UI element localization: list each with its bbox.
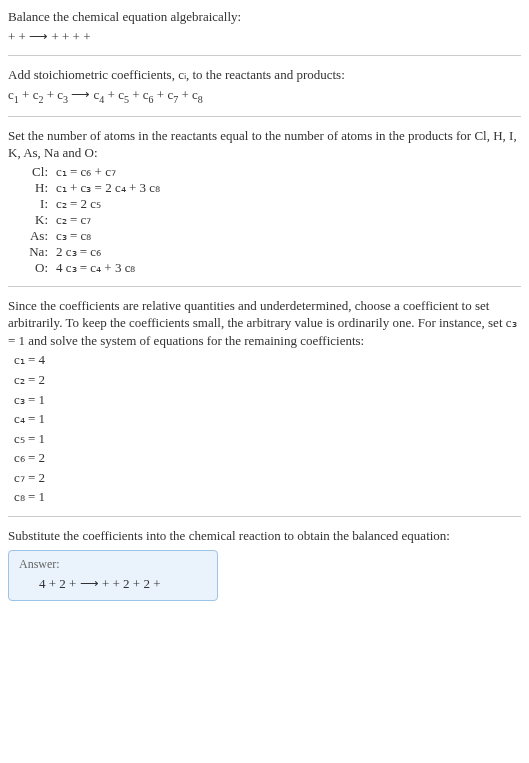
intro-line-1: Balance the chemical equation algebraica… xyxy=(8,8,521,26)
atom-row-o: O:4 c₃ = c₄ + 3 c₈ xyxy=(12,260,164,276)
plus-7: + xyxy=(178,87,192,102)
answer-label: Answer: xyxy=(19,557,207,572)
atom-row-i: I:c₂ = 2 c₅ xyxy=(12,196,164,212)
atom-equation: c₂ = 2 c₅ xyxy=(52,196,164,212)
atom-equation: 4 c₃ = c₄ + 3 c₈ xyxy=(52,260,164,276)
plus-6: + xyxy=(154,87,168,102)
solution-c1: c₁ = 4 xyxy=(8,351,521,369)
atom-row-h: H:c₁ + c₃ = 2 c₄ + 3 c₈ xyxy=(12,180,164,196)
answer-equation: 4 + 2 + ⟶ + + 2 + 2 + xyxy=(19,576,207,592)
atom-equation: c₁ + c₃ = 2 c₄ + 3 c₈ xyxy=(52,180,164,196)
step2-text: Set the number of atoms in the reactants… xyxy=(8,127,521,162)
plus-1: + xyxy=(19,87,33,102)
atom-balance-table: Cl:c₁ = c₆ + c₇ H:c₁ + c₃ = 2 c₄ + 3 c₈ … xyxy=(12,164,164,276)
separator-2 xyxy=(8,116,521,117)
solution-c8: c₈ = 1 xyxy=(8,488,521,506)
coef-c3: c3 xyxy=(57,87,68,102)
step1-text: Add stoichiometric coefficients, cᵢ, to … xyxy=(8,66,521,84)
atom-equation: c₂ = c₇ xyxy=(52,212,164,228)
atom-row-as: As:c₃ = c₈ xyxy=(12,228,164,244)
atom-label: H: xyxy=(12,180,52,196)
plus-5: + xyxy=(129,87,143,102)
answer-box: Answer: 4 + 2 + ⟶ + + 2 + 2 + xyxy=(8,550,218,601)
arrow: ⟶ xyxy=(68,87,94,102)
atom-label: Na: xyxy=(12,244,52,260)
solution-c6: c₆ = 2 xyxy=(8,449,521,467)
atom-equation: c₁ = c₆ + c₇ xyxy=(52,164,164,180)
plus-2: + xyxy=(43,87,57,102)
separator-4 xyxy=(8,516,521,517)
atom-row-na: Na:2 c₃ = c₆ xyxy=(12,244,164,260)
atom-label: I: xyxy=(12,196,52,212)
coef-c7: c7 xyxy=(167,87,178,102)
coef-c4: c4 xyxy=(94,87,105,102)
step3-text: Since the coefficients are relative quan… xyxy=(8,297,521,350)
separator-1 xyxy=(8,55,521,56)
solution-c2: c₂ = 2 xyxy=(8,371,521,389)
step4-text: Substitute the coefficients into the che… xyxy=(8,527,521,545)
coef-c6: c6 xyxy=(143,87,154,102)
separator-3 xyxy=(8,286,521,287)
atom-label: Cl: xyxy=(12,164,52,180)
plus-4: + xyxy=(104,87,118,102)
intro-reaction: + + ⟶ + + + + xyxy=(8,28,521,46)
atom-label: As: xyxy=(12,228,52,244)
atom-equation: 2 c₃ = c₆ xyxy=(52,244,164,260)
solution-c3: c₃ = 1 xyxy=(8,391,521,409)
coef-c1: c1 xyxy=(8,87,19,102)
atom-row-k: K:c₂ = c₇ xyxy=(12,212,164,228)
step1-equation: c1 + c2 + c3 ⟶ c4 + c5 + c6 + c7 + c8 xyxy=(8,86,521,106)
coef-c8: c8 xyxy=(192,87,203,102)
solution-c5: c₅ = 1 xyxy=(8,430,521,448)
atom-label: K: xyxy=(12,212,52,228)
atom-row-cl: Cl:c₁ = c₆ + c₇ xyxy=(12,164,164,180)
atom-equation: c₃ = c₈ xyxy=(52,228,164,244)
solution-c7: c₇ = 2 xyxy=(8,469,521,487)
atom-label: O: xyxy=(12,260,52,276)
solution-c4: c₄ = 1 xyxy=(8,410,521,428)
coef-c5: c5 xyxy=(118,87,129,102)
coef-c2: c2 xyxy=(33,87,44,102)
